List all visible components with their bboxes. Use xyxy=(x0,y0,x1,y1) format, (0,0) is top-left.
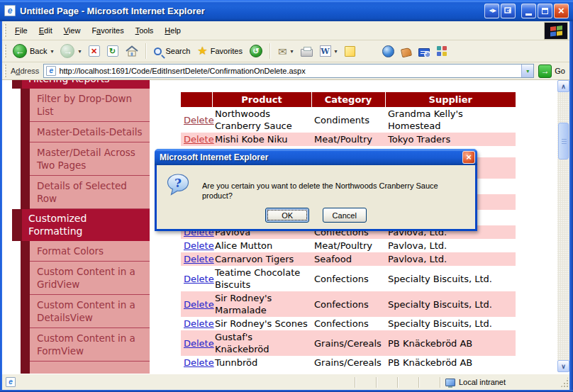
table-row: DeleteSir Rodney's MarmaladeConfectionsS… xyxy=(181,291,516,317)
note-icon xyxy=(345,46,355,57)
sidebar-section-header[interactable]: Customized Formatting xyxy=(12,209,150,241)
go-label: Go xyxy=(555,67,565,75)
history-button[interactable]: ↺ xyxy=(246,43,266,60)
tool-icon xyxy=(400,47,411,57)
menu-item-favorites[interactable]: Favorites xyxy=(86,22,129,39)
sidebar-indent xyxy=(12,122,21,142)
products-table-body: DeleteNorthwoods Cranberry SauceCondimen… xyxy=(181,107,516,369)
window-border xyxy=(569,21,573,392)
maximize-button[interactable] xyxy=(538,4,552,18)
sidebar-section-label: Customized Formatting xyxy=(22,209,150,241)
delete-link[interactable]: Delete xyxy=(184,338,214,349)
sidebar-notch xyxy=(12,80,22,89)
msn-button[interactable] xyxy=(379,43,398,60)
delete-link[interactable]: Delete xyxy=(184,318,214,329)
menu-item-view[interactable]: View xyxy=(58,22,87,39)
discuss-button[interactable] xyxy=(341,44,359,59)
cell-supplier: Grandma Kelly's Homestead xyxy=(385,107,516,133)
address-input[interactable]: e http://localhost:1691/Code/EditInsertD… xyxy=(43,64,534,78)
cancel-button[interactable]: Cancel xyxy=(323,208,367,223)
table-row: DeleteNorthwoods Cranberry SauceCondimen… xyxy=(181,107,516,133)
mail-button[interactable]: ✉ ▾ xyxy=(274,44,297,59)
cell-delete: Delete xyxy=(181,330,212,356)
sidebar-section-header[interactable]: Filtering Reports xyxy=(12,80,150,89)
sidebar-item[interactable]: Format Colors xyxy=(12,241,150,262)
ok-button[interactable]: OK xyxy=(265,208,309,223)
close-button[interactable]: × xyxy=(554,4,569,18)
minimize-button[interactable] xyxy=(521,4,536,18)
messenger-button[interactable] xyxy=(433,44,450,58)
favorites-button[interactable]: ★ Favorites xyxy=(194,43,246,59)
sidebar-item[interactable]: Filter by Drop-Down List xyxy=(12,89,150,122)
go-button[interactable]: → Go xyxy=(538,65,565,78)
delete-link[interactable]: Delete xyxy=(184,254,214,264)
dialog-close-button[interactable]: × xyxy=(462,151,475,164)
cell-supplier: Specialty Biscuits, Ltd. xyxy=(385,317,516,330)
refresh-icon: ↻ xyxy=(107,45,118,57)
research-button[interactable] xyxy=(415,44,433,59)
table-row: DeleteAlice MuttonMeat/PoultryPavlova, L… xyxy=(181,239,516,252)
cell-supplier: PB Knäckebröd AB xyxy=(385,330,516,356)
cell-product: Tunnbröd xyxy=(212,356,311,369)
edit-with-word-button[interactable]: W ▾ xyxy=(316,43,341,59)
delete-link[interactable]: Delete xyxy=(184,357,214,368)
sidebar-indent xyxy=(12,295,21,328)
address-label: Address xyxy=(11,67,39,75)
sidebar-item[interactable]: Custom Content in a GridView xyxy=(12,262,150,295)
print-button[interactable] xyxy=(297,44,316,59)
toolbar-grip[interactable] xyxy=(4,45,6,57)
scroll-down-button[interactable]: ∨ xyxy=(557,360,569,372)
search-button[interactable]: Search xyxy=(150,45,194,57)
addon-button-1[interactable] xyxy=(398,44,415,59)
delete-link[interactable]: Delete xyxy=(184,115,214,125)
mail-icon: ✉ xyxy=(278,46,287,57)
sidebar-item[interactable]: Master-Details-Details xyxy=(12,122,150,142)
back-button[interactable]: ← Back ▾ xyxy=(9,42,57,60)
menu-item-file[interactable]: File xyxy=(9,22,33,39)
cell-product: Sir Rodney's Scones xyxy=(212,317,311,330)
menu-item-help[interactable]: Help xyxy=(159,22,187,39)
cell-supplier: Specialty Biscuits, Ltd. xyxy=(385,266,516,291)
sidebar-indent xyxy=(21,328,30,362)
delete-link[interactable]: Delete xyxy=(184,134,214,145)
resize-grip[interactable] xyxy=(560,376,569,388)
delete-link[interactable]: Delete xyxy=(184,240,214,251)
cell-supplier: Specialty Biscuits, Ltd. xyxy=(385,291,516,317)
cell-delete: Delete xyxy=(181,356,212,369)
sidebar-item[interactable] xyxy=(12,362,150,374)
delete-link[interactable]: Delete xyxy=(184,274,214,284)
refresh-button[interactable]: ↻ xyxy=(104,43,122,59)
home-button[interactable] xyxy=(122,43,142,59)
star-icon: ★ xyxy=(197,45,207,57)
menu-item-edit[interactable]: Edit xyxy=(33,22,58,39)
table-row: DeleteGustaf's KnäckebrödGrains/CerealsP… xyxy=(181,330,516,356)
delete-link[interactable]: Delete xyxy=(184,299,214,310)
ie-page-icon: e xyxy=(4,5,16,16)
go-arrow-icon: → xyxy=(538,65,552,78)
sidebar-indent xyxy=(12,241,21,262)
scrollbar-thumb[interactable] xyxy=(558,123,569,159)
toolbar-grip[interactable] xyxy=(4,24,6,37)
sidebar-item[interactable]: Master/Detail Across Two Pages xyxy=(12,142,150,176)
toolbar-grip[interactable] xyxy=(4,65,6,77)
svg-text:?: ? xyxy=(174,176,182,190)
menu-item-tools[interactable]: Tools xyxy=(130,22,160,39)
stop-button[interactable]: ✕ xyxy=(85,43,104,59)
sidebar-item[interactable]: Details of Selected Row xyxy=(12,176,150,209)
sidebar-section-label: Filtering Reports xyxy=(22,80,150,89)
sidebar-indent xyxy=(12,328,21,362)
dialog-title-bar[interactable]: Microsoft Internet Explorer × xyxy=(155,149,477,165)
address-url: http://localhost:1691/Code/EditInsertDel… xyxy=(59,67,518,75)
window-title: Untitled Page - Microsoft Internet Explo… xyxy=(20,6,484,16)
sidebar-indent xyxy=(21,89,30,122)
sidebar-item[interactable]: Custom Content in a FormView xyxy=(12,328,150,362)
vertical-scrollbar[interactable]: ∧ ∨ xyxy=(557,80,569,372)
stop-icon: ✕ xyxy=(89,45,100,57)
sidebar-item[interactable]: Custom Content in a DetailsView xyxy=(12,295,150,328)
cell-product: Northwoods Cranberry Sauce xyxy=(212,107,311,133)
screen-toggle-button[interactable]: ◄▶ xyxy=(484,4,499,18)
forward-button[interactable]: → ▾ xyxy=(57,42,84,60)
address-dropdown-button[interactable]: ▾ xyxy=(521,65,533,77)
scroll-up-button[interactable]: ∧ xyxy=(557,80,569,92)
pop-out-button[interactable] xyxy=(501,4,516,18)
